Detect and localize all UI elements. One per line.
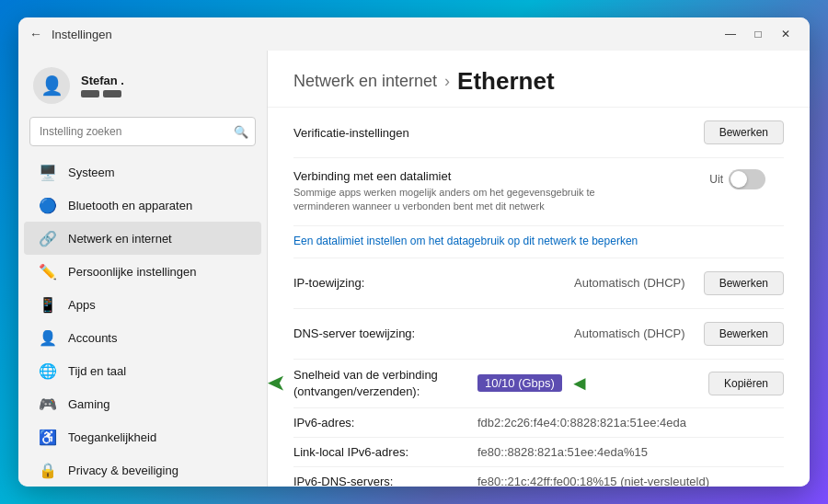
- sidebar-label-tijd: Tijd en taal: [68, 364, 126, 378]
- ipv6dns-label: IPv6-DNS-servers:: [293, 475, 477, 487]
- speed-row: ➤ Snelheid van de verbinding (ontvangen/…: [293, 360, 784, 408]
- main-content: 👤 Stefan . 🔍 🖥️ Systeem 🔵: [18, 51, 810, 487]
- toggle-track[interactable]: [729, 169, 765, 189]
- breadcrumb-current: Ethernet: [457, 67, 554, 96]
- link-local-row: Link-local IPv6-adres: fe80::8828:821a:5…: [293, 438, 784, 467]
- verification-edit-button[interactable]: Bewerken: [704, 120, 784, 144]
- sidebar-item-tijd[interactable]: 🌐 Tijd en taal: [24, 354, 261, 387]
- speed-copy-button[interactable]: Kopiëren: [708, 372, 784, 395]
- sidebar-label-gaming: Gaming: [68, 397, 110, 411]
- dns-toewijzing-edit-button[interactable]: Bewerken: [704, 322, 784, 346]
- search-input[interactable]: [29, 117, 256, 146]
- minimize-button[interactable]: —: [718, 21, 743, 47]
- user-status: [81, 90, 124, 97]
- apps-icon: 📱: [39, 295, 57, 314]
- right-arrow-icon: ◄: [569, 372, 590, 395]
- status-block-2: [103, 90, 121, 97]
- privacy-icon: 🔒: [39, 461, 57, 479]
- link-local-value: fe80::8828:821a:51ee:4eda%15: [477, 445, 784, 459]
- user-info: Stefan .: [81, 74, 124, 97]
- avatar-icon: 👤: [40, 74, 63, 97]
- bluetooth-icon: 🔵: [39, 196, 57, 214]
- window-controls: — □ ✕: [718, 21, 799, 47]
- sidebar-item-gaming[interactable]: 🎮 Gaming: [24, 387, 261, 420]
- search-box: 🔍: [29, 117, 256, 146]
- persoonlijk-icon: ✏️: [39, 262, 57, 281]
- sidebar-label-toegankelijkheid: Toegankelijkheid: [68, 430, 156, 444]
- breadcrumb-parent: Netwerk en internet: [293, 72, 437, 91]
- datalimiet-desc: Sommige apps werken mogelijk anders om h…: [293, 186, 643, 214]
- ip-toewijzing-row: IP-toewijzing: Automatisch (DHCP) Bewerk…: [293, 258, 784, 309]
- left-arrow-annotation: ➤: [268, 372, 284, 395]
- search-icon: 🔍: [234, 125, 248, 139]
- toegankelijkheid-icon: ♿: [39, 428, 57, 446]
- sidebar-label-apps: Apps: [68, 298, 96, 312]
- close-button[interactable]: ✕: [773, 21, 799, 47]
- systeem-icon: 🖥️: [39, 163, 57, 181]
- netwerk-icon: 🔗: [39, 229, 57, 247]
- datalimiet-toggle-label: Uit: [709, 173, 723, 186]
- sidebar-item-apps[interactable]: 📱 Apps: [24, 288, 261, 321]
- sidebar-item-persoonlijk[interactable]: ✏️ Persoonlijke instellingen: [24, 255, 261, 288]
- back-button[interactable]: ←: [29, 27, 42, 41]
- status-block-1: [81, 90, 99, 97]
- datalimiet-label: Verbinding met een datalimiet: [293, 169, 709, 183]
- user-section: 👤 Stefan .: [18, 58, 267, 117]
- user-name: Stefan .: [81, 74, 124, 87]
- avatar: 👤: [33, 67, 70, 104]
- ipv6-value: fdb2:2c26:f4e4:0:8828:821a:51ee:4eda: [477, 416, 784, 430]
- sidebar-label-systeem: Systeem: [68, 166, 115, 179]
- accounts-icon: 👤: [39, 328, 57, 347]
- breadcrumb-separator: ›: [444, 72, 450, 91]
- sidebar-item-privacy[interactable]: 🔒 Privacy & beveiliging: [24, 453, 261, 487]
- datalimiet-link[interactable]: Een datalimiet instellen om het datagebr…: [293, 235, 638, 247]
- ip-toewijzing-value: Automatisch (DHCP): [574, 276, 685, 290]
- datalimiet-toggle[interactable]: Uit: [709, 169, 765, 189]
- content-area: Verificatie-instellingen Bewerken Verbin…: [268, 108, 810, 487]
- sidebar-item-bluetooth[interactable]: 🔵 Bluetooth en apparaten: [24, 189, 261, 222]
- ipv6dns-value: fe80::21c:42ff:fe00:18%15 (niet-versleut…: [477, 475, 784, 487]
- ipv6-row: IPv6-adres: fdb2:2c26:f4e4:0:8828:821a:5…: [293, 408, 784, 438]
- dns-toewijzing-label: DNS-server toewijzing:: [293, 326, 574, 340]
- verification-row: Verificatie-instellingen Bewerken: [293, 108, 784, 158]
- sidebar-label-privacy: Privacy & beveiliging: [68, 464, 178, 477]
- sidebar: 👤 Stefan . 🔍 🖥️ Systeem 🔵: [18, 51, 267, 487]
- main-panel: Netwerk en internet › Ethernet Verificat…: [267, 51, 810, 487]
- left-arrow-icon: ➤: [268, 372, 284, 395]
- settings-window: ← Instellingen — □ ✕ 👤 Stefan .: [18, 17, 810, 487]
- speed-highlight: 10/10 (Gbps): [477, 374, 562, 392]
- maximize-button[interactable]: □: [745, 21, 771, 47]
- tijd-icon: 🌐: [39, 361, 57, 380]
- speed-value: 10/10 (Gbps) ◄: [477, 372, 694, 395]
- sidebar-item-accounts[interactable]: 👤 Accounts: [24, 321, 261, 354]
- datalimiet-link-row: Een datalimiet instellen om het datagebr…: [293, 226, 784, 258]
- sidebar-label-bluetooth: Bluetooth en apparaten: [68, 199, 192, 212]
- speed-label: Snelheid van de verbinding (ontvangen/ve…: [293, 367, 477, 400]
- title-bar: ← Instellingen — □ ✕: [18, 17, 810, 51]
- link-local-label: Link-local IPv6-adres:: [293, 445, 477, 459]
- breadcrumb: Netwerk en internet › Ethernet: [293, 67, 784, 96]
- sidebar-item-toegankelijkheid[interactable]: ♿ Toegankelijkheid: [24, 420, 261, 453]
- ipv6-label: IPv6-adres:: [293, 416, 477, 430]
- sidebar-item-netwerk[interactable]: 🔗 Netwerk en internet: [24, 222, 261, 255]
- ip-toewijzing-edit-button[interactable]: Bewerken: [704, 271, 784, 295]
- dns-toewijzing-row: DNS-server toewijzing: Automatisch (DHCP…: [293, 309, 784, 360]
- gaming-icon: 🎮: [39, 395, 57, 413]
- page-header: Netwerk en internet › Ethernet: [268, 51, 810, 108]
- ipv6dns-row: IPv6-DNS-servers: fe80::21c:42ff:fe00:18…: [293, 467, 784, 487]
- datalimiet-row: Verbinding met een datalimiet Sommige ap…: [293, 158, 784, 226]
- sidebar-label-persoonlijk: Persoonlijke instellingen: [68, 265, 196, 279]
- sidebar-label-netwerk: Netwerk en internet: [68, 232, 172, 246]
- sidebar-item-systeem[interactable]: 🖥️ Systeem: [24, 155, 261, 189]
- title-bar-label: Instellingen: [52, 28, 718, 41]
- sidebar-label-accounts: Accounts: [68, 331, 117, 345]
- verification-label: Verificatie-instellingen: [293, 126, 704, 140]
- datalimiet-label-area: Verbinding met een datalimiet Sommige ap…: [293, 169, 709, 214]
- ip-toewijzing-label: IP-toewijzing:: [293, 276, 574, 290]
- toggle-thumb: [730, 171, 747, 188]
- dns-toewijzing-value: Automatisch (DHCP): [574, 326, 685, 340]
